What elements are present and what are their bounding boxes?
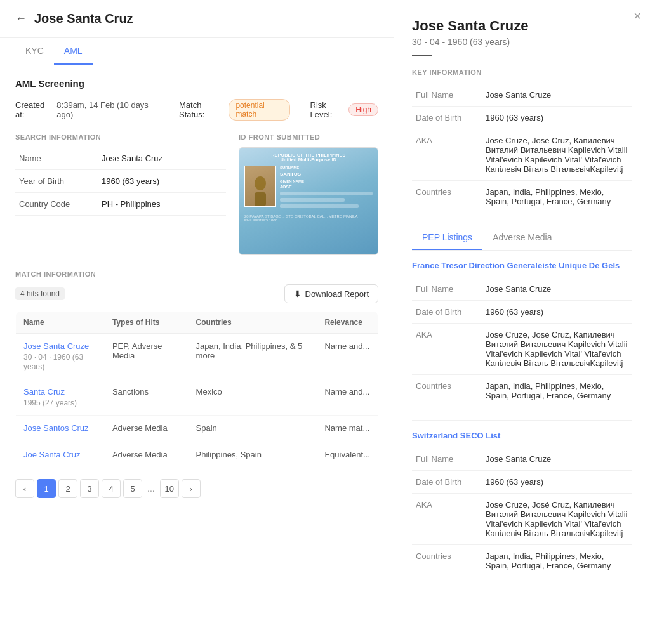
result-name-link[interactable]: Joe Santa Cruz — [23, 450, 97, 459]
result-name-sub: 1995 (27 years) — [23, 398, 77, 407]
ki-label: Countries — [412, 181, 482, 213]
content-area: AML Screening Created at: 8:39am, 14 Feb… — [0, 65, 394, 521]
match-status-item: Match Status: potential match — [179, 99, 290, 121]
search-field-name: Name Jose Santa Cruz — [15, 147, 226, 170]
ki-value: Japan, India, Philippines, Mexio, Spain,… — [482, 181, 632, 213]
si-label: Full Name — [412, 448, 482, 471]
key-info-row: AKA Jose Cruze, José Cruz, Капилевич Вит… — [412, 129, 632, 181]
tab-kyc[interactable]: KYC — [15, 38, 54, 65]
result-relevance: Name and... — [317, 334, 378, 379]
key-info-row: Full Name Jose Santa Cruze — [412, 84, 632, 107]
source-divider — [412, 420, 632, 421]
result-name-cell: Santa Cruz 1995 (27 years) — [16, 379, 105, 416]
result-name-cell: Jose Santa Cruze 30 · 04 · 1960 (63 year… — [16, 334, 105, 379]
si-label: AKA — [412, 324, 482, 375]
id-photo — [244, 166, 276, 207]
download-report-button[interactable]: ⬇ Download Report — [284, 284, 378, 303]
page-title: Jose Santa Cruz — [34, 11, 133, 26]
si-label: Date of Birth — [412, 301, 482, 324]
tab-aml[interactable]: AML — [54, 38, 93, 65]
si-value: Jose Cruze, José Cruz, Капилевич Виталий… — [482, 494, 632, 545]
id-field-line — [280, 204, 359, 208]
panel-tabs: PEP Listings Adverse Media — [412, 226, 632, 251]
table-row: Jose Santos Cruz Adverse Media Spain Nam… — [16, 416, 378, 442]
panel-tab-pep[interactable]: PEP Listings — [412, 226, 482, 250]
si-value: Japan, India, Philippines, Mexio, Spain,… — [482, 545, 632, 577]
id-header-line2: Unified Multi-Purpose ID — [244, 157, 373, 162]
col-types: Types of Hits — [105, 312, 189, 334]
results-table: Name Types of Hits Countries Relevance J… — [15, 311, 378, 469]
table-row: Santa Cruz 1995 (27 years) Sanctions Mex… — [16, 379, 378, 416]
id-card-inner: REPUBLIC OF THE PHILIPPINES Unified Mult… — [239, 148, 378, 254]
match-info-label: MATCH INFORMATION — [15, 270, 378, 278]
page-button-10[interactable]: 10 — [160, 479, 179, 498]
back-button[interactable]: ← — [15, 12, 27, 25]
result-name-link[interactable]: Jose Santa Cruze — [23, 341, 97, 351]
svg-rect-1 — [255, 192, 266, 206]
source-row: Full Name Jose Santa Cruze — [412, 278, 632, 301]
source-row: Date of Birth 1960 (63 years) — [412, 301, 632, 324]
header: ← Jose Santa Cruz — [0, 0, 394, 38]
match-status-badge: potential match — [229, 99, 289, 121]
id-front-label: ID FRONT SUBMITTED — [239, 133, 378, 141]
next-page-button[interactable]: › — [182, 479, 201, 498]
si-value: 1960 (63 years) — [482, 471, 632, 494]
source-france: France Tresor Direction Generaleiste Uni… — [412, 261, 632, 407]
panel-tab-media[interactable]: Adverse Media — [482, 226, 562, 250]
source-row: Countries Japan, India, Philippines, Mex… — [412, 375, 632, 407]
ki-label: Full Name — [412, 84, 482, 107]
created-label: Created at: — [15, 100, 53, 119]
id-header-line1: REPUBLIC OF THE PHILIPPINES — [244, 153, 373, 157]
page-button-1[interactable]: 1 — [37, 479, 56, 498]
close-button[interactable]: × — [633, 9, 641, 23]
result-relevance: Name and... — [317, 379, 378, 416]
result-relevance: Name mat... — [317, 416, 378, 442]
result-name-link[interactable]: Jose Santos Cruz — [23, 423, 97, 433]
source-info-table: Full Name Jose Santa Cruze Date of Birth… — [412, 278, 632, 407]
right-content: Jose Santa Cruze 30 - 04 - 1960 (63 year… — [394, 0, 650, 608]
si-label: Countries — [412, 375, 482, 407]
col-relevance: Relevance — [317, 312, 378, 334]
page-button-4[interactable]: 4 — [102, 479, 121, 498]
result-name-sub: 30 · 04 · 1960 (63 years) — [23, 353, 83, 371]
search-info-section: SEARCH INFORMATION Name Jose Santa Cruz … — [15, 133, 226, 255]
si-label: Date of Birth — [412, 471, 482, 494]
source-title: France Tresor Direction Generaleiste Uni… — [412, 261, 632, 270]
result-name-cell: Joe Santa Cruz — [16, 442, 105, 469]
si-value: 1960 (63 years) — [482, 301, 632, 324]
key-info-label: KEY INFORMATION — [412, 69, 632, 76]
source-row: Full Name Jose Santa Cruze — [412, 448, 632, 471]
source-info-table: Full Name Jose Santa Cruze Date of Birth… — [412, 448, 632, 577]
ki-value: 1960 (63 years) — [482, 107, 632, 129]
field-label: Year of Birth — [15, 170, 98, 193]
page-button-2[interactable]: 2 — [58, 479, 77, 498]
table-header-row: Name Types of Hits Countries Relevance — [16, 312, 378, 334]
result-name-link[interactable]: Santa Cruz — [23, 387, 97, 397]
created-value: 8:39am, 14 Feb (10 days ago) — [56, 100, 159, 119]
ki-value: Jose Santa Cruze — [482, 84, 632, 107]
field-value: 1960 (63 years) — [98, 170, 226, 193]
search-info-table: Name Jose Santa Cruz Year of Birth 1960 … — [15, 147, 226, 216]
search-field-yob: Year of Birth 1960 (63 years) — [15, 170, 226, 193]
result-countries: Japan, India, Philippines, & 5 more — [189, 334, 317, 379]
id-preview-section: ID FRONT SUBMITTED REPUBLIC OF THE PHILI… — [239, 133, 378, 255]
tab-bar: KYC AML — [0, 38, 394, 65]
id-content: SURNAME SANTOS GIVEN NAME JOSE — [244, 166, 373, 211]
page-button-3[interactable]: 3 — [80, 479, 99, 498]
result-countries: Spain — [189, 416, 317, 442]
pagination: ‹ 1 2 3 4 5 ... 10 › — [15, 469, 378, 508]
person-name: Jose Santa Cruze — [412, 18, 632, 34]
page-button-5[interactable]: 5 — [123, 479, 142, 498]
result-types: Adverse Media — [105, 416, 189, 442]
ki-label: AKA — [412, 129, 482, 181]
search-info-label: SEARCH INFORMATION — [15, 133, 226, 141]
result-types: Sanctions — [105, 379, 189, 416]
result-countries: Philippines, Spain — [189, 442, 317, 469]
right-panel: × Jose Santa Cruze 30 - 04 - 1960 (63 ye… — [394, 0, 650, 644]
meta-row: Created at: 8:39am, 14 Feb (10 days ago)… — [15, 99, 378, 121]
search-field-country: Country Code PH - Philippines — [15, 193, 226, 216]
prev-page-button[interactable]: ‹ — [15, 479, 34, 498]
field-value: PH - Philippines — [98, 193, 226, 216]
si-label: Full Name — [412, 278, 482, 301]
risk-level-label: Risk Level: — [310, 100, 345, 119]
